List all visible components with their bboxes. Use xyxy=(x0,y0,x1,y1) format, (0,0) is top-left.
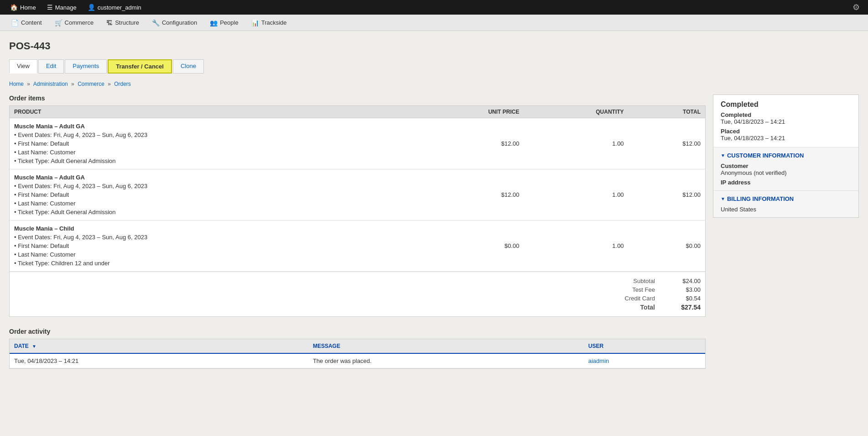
col-date[interactable]: DATE ▼ xyxy=(10,339,308,353)
activity-header-row: DATE ▼ MESSAGE USER xyxy=(10,339,705,353)
collapse-icon: ▼ xyxy=(721,153,725,158)
test-fee-label: Test Fee xyxy=(619,286,655,293)
left-content: Order items PRODUCT UNIT PRICE QUANTITY … xyxy=(9,95,706,369)
product-group-name: Muscle Mania – Adult GA xyxy=(10,118,705,131)
product-detail: Event Dates: Fri, Aug 4, 2023 – Sun, Aug… xyxy=(10,182,411,190)
tab-view[interactable]: View xyxy=(9,59,37,74)
order-items-table-wrapper: PRODUCT UNIT PRICE QUANTITY TOTAL Muscle… xyxy=(9,105,706,317)
table-row: Ticket Type: Adult General Admission xyxy=(10,157,705,169)
tabs: View Edit Payments Transfer / Cancel Clo… xyxy=(9,59,859,74)
user-icon: 👤 xyxy=(88,4,95,11)
status-title: Completed xyxy=(721,100,851,109)
quantity: 1.00 xyxy=(524,139,628,148)
quantity: 1.00 xyxy=(524,190,628,199)
menu-icon: ☰ xyxy=(47,4,53,11)
product-detail: Event Dates: Fri, Aug 4, 2023 – Sun, Aug… xyxy=(10,131,411,139)
completed-value: Tue, 04/18/2023 – 14:21 xyxy=(721,118,851,125)
quantity: 1.00 xyxy=(524,242,628,250)
line-total: $12.00 xyxy=(629,190,705,199)
order-activity: Order activity DATE ▼ MESSAGE USER xyxy=(9,328,706,369)
placed-value: Tue, 04/18/2023 – 14:21 xyxy=(721,135,851,142)
product-group-name: Muscle Mania – Child xyxy=(10,221,705,233)
product-group-row: Muscle Mania – Adult GA xyxy=(10,118,705,131)
ip-label: IP address xyxy=(721,179,851,186)
activity-row: Tue, 04/18/2023 – 14:21 The order was pl… xyxy=(10,353,705,368)
order-table-header-row: PRODUCT UNIT PRICE QUANTITY TOTAL xyxy=(10,106,705,118)
manage-nav-item[interactable]: ☰ Manage xyxy=(42,0,82,15)
product-detail: First Name: Default xyxy=(10,242,411,250)
customer-info-section: ▼ Customer Information Customer Anonymou… xyxy=(713,147,858,191)
activity-message: The order was placed. xyxy=(308,353,584,368)
tab-payments[interactable]: Payments xyxy=(65,59,107,74)
activity-user: aiadmin xyxy=(584,353,705,368)
completed-label: Completed xyxy=(721,111,851,118)
sidebar-box: Completed Completed Tue, 04/18/2023 – 14… xyxy=(713,95,859,218)
col-total: TOTAL xyxy=(629,106,705,118)
sort-icon: ▼ xyxy=(32,344,36,349)
customer-info-header[interactable]: ▼ Customer Information xyxy=(721,152,851,159)
sec-nav-commerce[interactable]: 🛒 Commerce xyxy=(48,15,100,31)
tab-edit[interactable]: Edit xyxy=(38,59,64,74)
customer-label: Customer xyxy=(721,163,851,169)
credit-card-row: Credit Card $0.54 xyxy=(14,294,701,303)
order-items-table: PRODUCT UNIT PRICE QUANTITY TOTAL Muscle… xyxy=(10,106,705,272)
sec-nav-configuration[interactable]: 🔧 Configuration xyxy=(146,15,203,31)
table-row: Last Name: Customer xyxy=(10,199,705,208)
customer-info-content: Customer Anonymous (not verified) IP add… xyxy=(721,163,851,186)
table-row: Event Dates: Fri, Aug 4, 2023 – Sun, Aug… xyxy=(10,131,705,139)
order-activity-title: Order activity xyxy=(9,328,706,335)
product-detail: Ticket Type: Children 12 and under xyxy=(10,259,411,272)
top-navigation: 🏠 Home ☰ Manage 👤 customer_admin ⚙ xyxy=(0,0,868,15)
customer-value: Anonymous (not verified) xyxy=(721,169,851,176)
total-value: $27.54 xyxy=(673,304,701,311)
table-row: Ticket Type: Adult General Admission xyxy=(10,208,705,221)
table-row: Last Name: Customer xyxy=(10,250,705,259)
product-group-row: Muscle Mania – Adult GA xyxy=(10,169,705,182)
sec-nav-trackside[interactable]: 📊 Trackside xyxy=(245,15,293,31)
subtotal-value: $24.00 xyxy=(673,278,701,284)
activity-date: Tue, 04/18/2023 – 14:21 xyxy=(10,353,308,368)
product-detail: Event Dates: Fri, Aug 4, 2023 – Sun, Aug… xyxy=(10,233,411,242)
settings-icon[interactable]: ⚙ xyxy=(852,2,863,12)
collapse-icon: ▼ xyxy=(721,196,725,201)
product-detail: Ticket Type: Adult General Admission xyxy=(10,208,411,221)
breadcrumb-orders[interactable]: Orders xyxy=(114,81,131,87)
activity-table-wrapper: DATE ▼ MESSAGE USER Tue, 04/18/2023 – 14… xyxy=(9,339,706,369)
billing-info-header-label: Billing Information xyxy=(727,195,794,202)
home-nav-item[interactable]: 🏠 Home xyxy=(5,0,42,15)
product-detail: Last Name: Customer xyxy=(10,148,411,157)
billing-country: United States xyxy=(721,206,851,213)
main-layout: Order items PRODUCT UNIT PRICE QUANTITY … xyxy=(9,95,859,369)
breadcrumb-home[interactable]: Home xyxy=(9,81,24,87)
billing-info-header[interactable]: ▼ Billing Information xyxy=(721,195,851,202)
table-row: First Name: Default $12.00 1.00 $12.00 xyxy=(10,190,705,199)
sec-nav-content[interactable]: 📄 Content xyxy=(5,15,48,31)
billing-info-section: ▼ Billing Information United States xyxy=(713,191,858,217)
col-quantity: QUANTITY xyxy=(524,106,628,118)
billing-info-content: United States xyxy=(721,206,851,213)
subtotal-label: Subtotal xyxy=(619,278,655,284)
user-nav-item[interactable]: 👤 customer_admin xyxy=(82,0,147,15)
sec-nav-people[interactable]: 👥 People xyxy=(203,15,244,31)
table-row: Ticket Type: Children 12 and under xyxy=(10,259,705,272)
test-fee-value: $3.00 xyxy=(673,286,701,293)
table-row: First Name: Default $0.00 1.00 $0.00 xyxy=(10,242,705,250)
table-row: Last Name: Customer xyxy=(10,148,705,157)
product-group-name: Muscle Mania – Adult GA xyxy=(10,169,705,182)
subtotal-row: Subtotal $24.00 xyxy=(14,277,701,285)
unit-price: $12.00 xyxy=(411,190,524,199)
total-label: Total xyxy=(619,304,655,311)
table-row: First Name: Default $12.00 1.00 $12.00 xyxy=(10,139,705,148)
breadcrumb-administration[interactable]: Administration xyxy=(33,81,68,87)
breadcrumb-commerce[interactable]: Commerce xyxy=(78,81,104,87)
tab-transfer-cancel[interactable]: Transfer / Cancel xyxy=(108,59,172,74)
credit-card-label: Credit Card xyxy=(619,295,655,302)
sec-nav-structure[interactable]: 🏗 Structure xyxy=(100,15,146,31)
breadcrumb: Home » Administration » Commerce » Order… xyxy=(9,81,859,87)
col-product: PRODUCT xyxy=(10,106,411,118)
tab-clone[interactable]: Clone xyxy=(173,59,204,74)
home-icon: 🏠 xyxy=(10,4,18,11)
col-unit-price: UNIT PRICE xyxy=(411,106,524,118)
activity-user-link[interactable]: aiadmin xyxy=(588,357,609,364)
secondary-navigation: 📄 Content 🛒 Commerce 🏗 Structure 🔧 Confi… xyxy=(0,15,868,31)
